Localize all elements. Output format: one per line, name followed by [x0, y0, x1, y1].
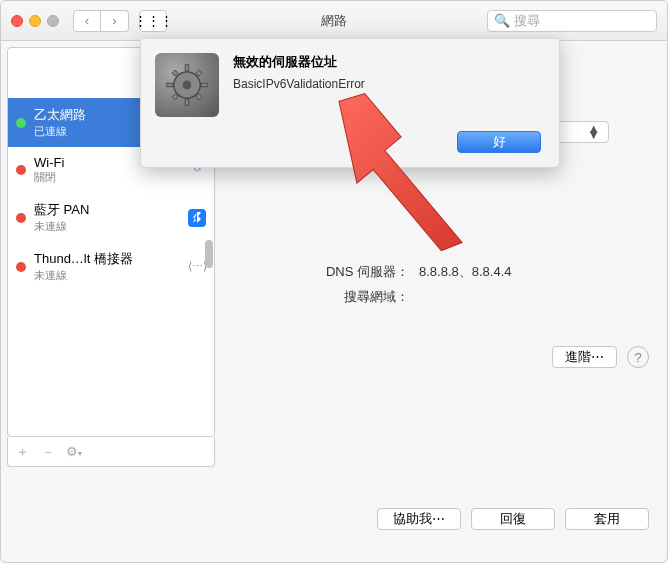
chevron-right-icon: › — [112, 13, 116, 28]
status-led-off-icon — [16, 213, 26, 223]
forward-button[interactable]: › — [101, 10, 129, 32]
remove-network-button[interactable]: － — [40, 443, 56, 461]
sidebar-item-thunderbolt-bridge[interactable]: Thund…lt 橋接器 未連線 ⟨⋯⟩ — [8, 242, 214, 291]
error-dialog: 無效的伺服器位址 BasicIPv6ValidationError 好 — [140, 38, 560, 168]
revert-button[interactable]: 回復 — [471, 508, 555, 530]
svg-rect-3 — [185, 99, 189, 105]
advanced-button[interactable]: 進階⋯ — [552, 346, 617, 368]
zoom-window-button[interactable] — [47, 15, 59, 27]
item-name: Thund…lt 橋接器 — [34, 250, 180, 268]
add-network-button[interactable]: ＋ — [14, 443, 30, 461]
back-button[interactable]: ‹ — [73, 10, 101, 32]
window-controls — [11, 15, 59, 27]
footer: 協助我⋯ 回復 套用 — [1, 496, 667, 551]
search-placeholder: 搜尋 — [514, 12, 540, 30]
bluetooth-icon — [188, 209, 206, 227]
search-icon: 🔍 — [494, 13, 510, 28]
chevron-left-icon: ‹ — [85, 13, 89, 28]
dns-value: 8.8.8.8、8.8.4.4 — [419, 263, 512, 281]
dialog-title: 無效的伺服器位址 — [233, 53, 365, 71]
titlebar: ‹ › ⋮⋮⋮ 網路 🔍 搜尋 — [1, 1, 667, 41]
item-name: 藍牙 PAN — [34, 201, 180, 219]
item-status: 關閉 — [34, 170, 180, 185]
minimize-window-button[interactable] — [29, 15, 41, 27]
search-domain-label: 搜尋網域： — [239, 288, 409, 306]
svg-point-1 — [183, 81, 192, 90]
item-status: 未連線 — [34, 219, 180, 234]
status-led-off-icon — [16, 165, 26, 175]
grid-icon: ⋮⋮⋮ — [134, 13, 173, 28]
search-input[interactable]: 🔍 搜尋 — [487, 10, 657, 32]
thunderbolt-icon: ⟨⋯⟩ — [188, 258, 206, 276]
scrollbar-thumb[interactable] — [205, 240, 213, 268]
dropdown-arrows-icon: ▲▼ — [587, 126, 600, 138]
show-all-button[interactable]: ⋮⋮⋮ — [139, 10, 167, 32]
dialog-ok-button[interactable]: 好 — [457, 131, 541, 153]
window-title: 網路 — [321, 12, 347, 30]
svg-rect-5 — [201, 83, 207, 87]
gear-icon: ⚙︎ — [66, 444, 78, 459]
status-led-connected-icon — [16, 118, 26, 128]
system-preferences-icon — [155, 53, 219, 117]
svg-rect-4 — [167, 83, 173, 87]
dialog-message: BasicIPv6ValidationError — [233, 77, 365, 91]
close-window-button[interactable] — [11, 15, 23, 27]
sidebar-item-bluetooth-pan[interactable]: 藍牙 PAN 未連線 — [8, 193, 214, 242]
svg-rect-2 — [185, 65, 189, 71]
apply-button[interactable]: 套用 — [565, 508, 649, 530]
help-me-button[interactable]: 協助我⋯ — [377, 508, 461, 530]
help-button[interactable]: ? — [627, 346, 649, 368]
network-options-button[interactable]: ⚙︎▾ — [66, 444, 82, 459]
dns-label: DNS 伺服器： — [239, 263, 409, 281]
sidebar-footer: ＋ － ⚙︎▾ — [7, 437, 215, 467]
item-status: 未連線 — [34, 268, 180, 283]
status-led-off-icon — [16, 262, 26, 272]
